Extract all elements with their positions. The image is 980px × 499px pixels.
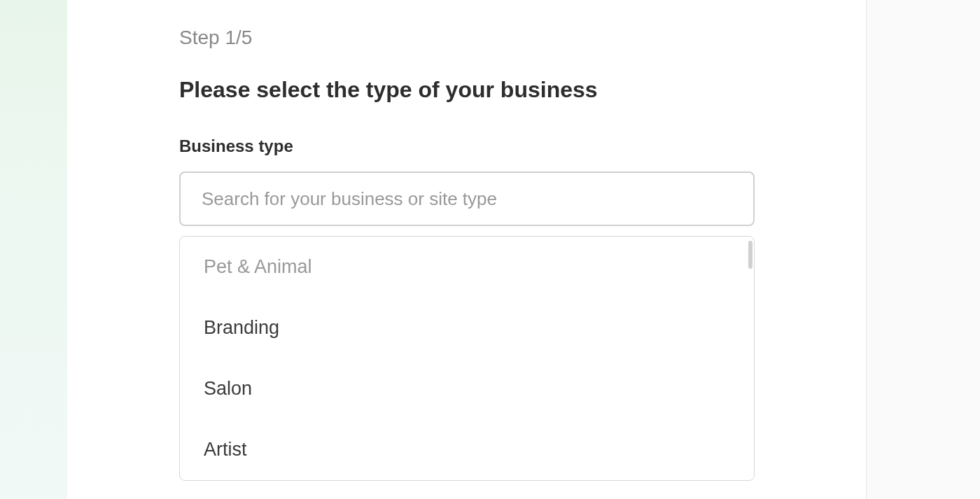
business-type-dropdown: Pet & Animal Branding Salon Artist xyxy=(179,236,755,481)
business-type-label: Business type xyxy=(179,136,754,156)
left-gradient-background xyxy=(0,0,67,499)
page-title: Please select the type of your business xyxy=(179,77,754,103)
step-indicator: Step 1/5 xyxy=(179,27,754,49)
dropdown-option-salon[interactable]: Salon xyxy=(180,358,754,419)
scrollbar-thumb[interactable] xyxy=(748,241,752,269)
form-container: Step 1/5 Please select the type of your … xyxy=(67,0,866,481)
dropdown-option-branding[interactable]: Branding xyxy=(180,297,754,358)
business-type-search-input[interactable] xyxy=(179,171,755,226)
right-side-area xyxy=(867,0,980,499)
content-panel: Step 1/5 Please select the type of your … xyxy=(67,0,867,499)
dropdown-option-artist[interactable]: Artist xyxy=(180,419,754,480)
dropdown-option-pet-animal[interactable]: Pet & Animal xyxy=(180,237,754,297)
